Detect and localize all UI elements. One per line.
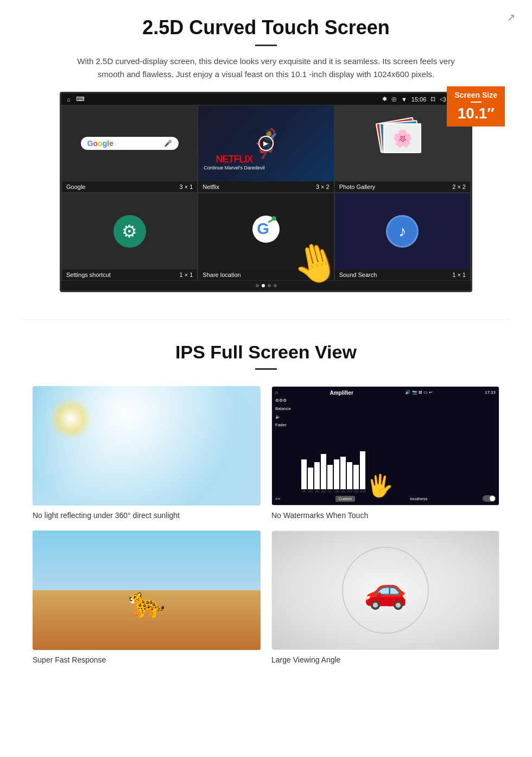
usb-icon: ⌨ [76,96,85,103]
section-divider [22,319,510,320]
sunlight-visual [33,386,261,506]
location-icon: ◎ [391,96,397,103]
amp-fader-label: Fader [275,422,297,427]
share-app-name: Share location [202,272,240,278]
sunlight-image [33,386,261,506]
settings-app-cell[interactable]: ⚙ Settings shortcut 1 × 1 [61,193,198,281]
amp-bar-100: 100 [308,468,313,493]
features-grid: No light reflecting under 360° direct su… [33,386,499,664]
home-icon[interactable]: ⌂ [67,96,71,103]
status-bar-left: ⌂ ⌨ [67,96,85,103]
amp-bar-10k: 10k [340,457,346,493]
feature-sunlight: No light reflecting under 360° direct su… [33,386,261,520]
svg-point-3 [271,216,276,220]
sound-icon-circle: ♪ [386,215,419,248]
netflix-app-cell[interactable]: 🦸 ▶ NETFLIX Continue Marvel's Daredevil … [198,105,334,193]
settings-label-row: Settings shortcut 1 × 1 [62,269,197,280]
app-grid: Google 🎤 Google 3 × 1 [61,105,471,281]
cheetah-image: 🐆 [33,531,261,650]
amp-prev-icon: << [275,496,280,501]
cheetah-visual: 🐆 [33,531,261,650]
badge-title: Screen Size [454,91,497,99]
play-button[interactable]: ▶ [258,136,274,151]
bluetooth-icon: ✱ [382,96,387,103]
amp-balance-label: Balance [275,406,297,411]
share-cell-content: 🤚 G [198,193,333,269]
maps-icon: G [252,216,280,248]
cheetah-emoji: 🐆 [128,585,166,620]
amp-bar-500: 500 [321,454,326,493]
amp-bar-fill-15k [353,465,359,489]
amp-bar-fill-200 [314,462,320,489]
google-app-cell[interactable]: Google 🎤 Google 3 × 1 [61,105,198,193]
amp-custom-btn[interactable]: Custom [335,496,355,502]
dot-2 [262,284,265,287]
time-display: 15:06 [411,96,427,103]
gear-icon: ⚙ [122,221,137,242]
mic-icon[interactable]: 🎤 [164,140,172,147]
amplifier-image: ⌂ Amplifier 🔊 📷 ⊠ ▭ ↩ 17:33 ⚙⚙⚙ Balance … [271,386,499,506]
camera-icon: ⊡ [430,96,435,103]
amp-eq-label: ⚙⚙⚙ [275,398,297,403]
feature-car: 🚗 ↗ Large Viewing Angle [271,531,499,664]
feature-cheetah: 🐆 Super Fast Response [33,531,261,664]
amp-icons: 🔊 📷 ⊠ ▭ ↩ [405,390,433,396]
netflix-cell-content: 🦸 ▶ NETFLIX Continue Marvel's Daredevil [198,105,333,181]
amp-bar-fill-125k [347,462,352,489]
photo-card-3: 🌸 [383,123,421,153]
sound-cell-content: ♪ [335,193,470,269]
amp-bar-sub: SUB [360,451,365,493]
google-cell-content: Google 🎤 [62,105,197,181]
netflix-label-row: Netflix 3 × 2 [198,181,333,192]
google-search-bar[interactable]: Google 🎤 [81,137,179,150]
amp-bar-fill-sub [360,451,365,489]
sun-glare [49,397,92,440]
netflix-subtitle: Continue Marvel's Daredevil [204,165,264,171]
sunlight-label: No light reflecting under 360° direct su… [33,511,261,520]
amp-bar-1k: 1k [327,465,333,493]
photo-label-row: Photo Gallery 2 × 2 [335,181,470,192]
device-screen: ⌂ ⌨ ✱ ◎ ▼ 15:06 ⊡ ◁) ⊠ ▭ [60,92,472,292]
share-location-cell[interactable]: 🤚 G S [198,193,334,281]
google-logo: Google [87,139,113,148]
amp-toggle[interactable] [483,495,496,502]
screen-size-badge: Screen Size 10.1″ [447,86,505,127]
section-ips: IPS Full Screen View No light reflecting… [0,336,532,680]
screen-dots [61,281,471,291]
wifi-icon: ▼ [401,96,407,103]
page: 2.5D Curved Touch Screen With 2.5D curve… [0,0,532,680]
amp-toggle-knob [490,496,495,501]
car-circle: 🚗 [342,547,429,634]
netflix-overlay: NETFLIX Continue Marvel's Daredevil [204,154,264,171]
amp-bar-60: 60 [301,459,307,493]
photo-app-name: Photo Gallery [339,184,376,190]
google-label-row: Google 3 × 1 [62,181,197,192]
feature-amplifier: ⌂ Amplifier 🔊 📷 ⊠ ▭ ↩ 17:33 ⚙⚙⚙ Balance … [271,386,499,520]
device-wrapper: Screen Size 10.1″ ⌂ ⌨ ✱ ◎ ▼ 15:06 [60,92,472,292]
amp-bar-fill-1k [327,465,333,489]
dot-3 [268,284,271,287]
amp-bar-25k: 2.5k [334,459,339,493]
amp-hand-icon: 🖐 [366,473,394,499]
amp-screen: ⌂ Amplifier 🔊 📷 ⊠ ▭ ↩ 17:33 ⚙⚙⚙ Balance … [272,387,499,505]
dot-1 [256,284,259,287]
sound-search-cell[interactable]: ♪ Sound Search 1 × 1 [334,193,471,281]
badge-size: 10.1″ [454,105,497,122]
settings-grid-size: 1 × 1 [180,272,193,278]
netflix-app-name: Netflix [202,184,219,190]
amp-bar-15k: 15k [353,465,359,493]
google-maps-svg: G [252,216,280,243]
section1-underline [255,45,277,46]
google-grid-size: 3 × 1 [180,184,193,190]
google-app-name: Google [66,184,85,190]
section2-underline [255,368,277,370]
section-curved-screen: 2.5D Curved Touch Screen With 2.5D curve… [0,0,532,303]
amp-bar-200: 200 [314,462,320,493]
amp-body: ⚙⚙⚙ Balance 🔈 Fader 60 [275,398,496,493]
section1-title: 2.5D Curved Touch Screen [33,16,499,39]
music-note-icon: ♪ [398,223,406,240]
photo-grid-size: 2 × 2 [452,184,466,190]
status-bar: ⌂ ⌨ ✱ ◎ ▼ 15:06 ⊡ ◁) ⊠ ▭ [61,93,471,105]
svg-text:G: G [257,220,269,237]
amp-vol-icon: 🔈 [275,414,297,419]
